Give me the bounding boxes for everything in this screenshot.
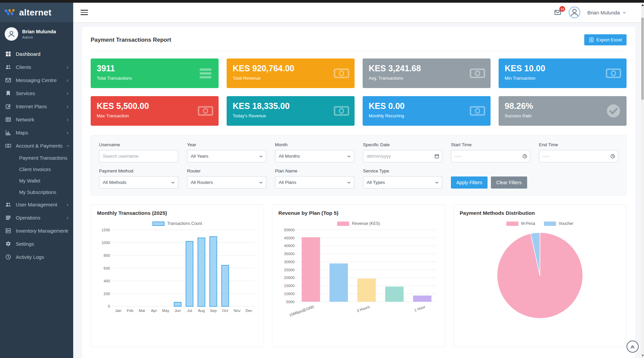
svg-text:Apr: Apr [151,309,157,313]
svg-text:600: 600 [104,266,110,270]
page-title: Payment Transactions Report [91,37,171,43]
messages-icon[interactable]: 11 [554,9,562,16]
report-panel: Payment Transactions Report Export Excel… [82,27,635,358]
legend-item-transactions-count[interactable]: Transactions Count [152,221,202,226]
stat-label: Max Transaction [97,113,213,118]
payment-method-select[interactable]: All Methods [99,176,178,189]
money-icon [470,103,485,119]
sidebar-item-maps[interactable]: Maps‹ [0,126,73,139]
month-select[interactable]: All Months [275,150,354,162]
filter-panel: UsernameYearAll YearsMonthAll MonthsSpec… [91,135,627,196]
username-input[interactable] [99,150,178,162]
router-select[interactable]: All Routers [187,176,266,189]
svg-text:15000: 15000 [284,284,295,288]
bar-chart-plot: 120010008006004002000JanFebMarAprMayJunJ… [97,227,258,316]
filter-label: Plan Name [275,168,354,173]
user-management-icon [5,202,11,207]
filter-label: Year [187,142,266,147]
sidebar-item-operations[interactable]: Operations‹ [0,211,73,224]
sidebar-item-payment-transactions[interactable]: Payment Transactions [0,152,73,164]
svg-text:Jan: Jan [115,309,121,313]
header-user-name: Brian Mulunda [587,10,620,15]
sidebar-menu: DashboardClients‹Messaging Centre‹Servic… [0,47,73,264]
sidebar-item-activity-logs[interactable]: Activity Logs [0,250,73,264]
svg-text:200: 200 [104,292,110,296]
scroll-to-top-button[interactable] [627,341,639,353]
sidebar-item-internet-plans[interactable]: Internet Plans‹ [0,100,73,113]
sidebar-item-user-management[interactable]: User Management‹ [0,198,73,211]
user-dropdown[interactable]: Brian Mulunda [587,10,627,15]
services-icon [5,90,11,96]
sidebar-item-my-wallet[interactable]: My Wallet [0,175,73,187]
service-type-select[interactable]: All Types [363,176,442,189]
svg-text:0: 0 [108,304,110,308]
clients-icon [5,64,11,70]
chart-title: Payment Methods Distribution [460,210,620,216]
start-time-input[interactable] [451,150,530,162]
clear-filters-button[interactable]: Clear Filters [491,176,527,189]
sidebar-user-name: Brian Mulunda [22,29,56,34]
filter-field-start-time: Start Time [451,142,530,162]
chevron-left-icon: ‹ [67,78,68,83]
brand-logo[interactable]: alternet [0,3,73,22]
hamburger-menu-icon[interactable] [81,8,88,16]
activity-logs-icon [5,254,11,260]
sidebar: alternet Brian Mulunda Admin DashboardCl… [0,3,73,358]
scrollbar-down-arrow[interactable] [641,355,644,357]
sidebar-user-panel: Brian Mulunda Admin [0,22,73,43]
svg-text:20000: 20000 [284,276,295,280]
header-avatar-icon[interactable] [568,6,581,18]
money-icon [470,66,485,81]
transactions-table: UsernamePlanTransaction Ref.MSISDNAmount… [91,357,627,358]
specific-date-input[interactable] [363,150,442,162]
pie-chart-plot [460,227,620,326]
chart-card-payment-methods-distribution: Payment Methods DistributionM-PesaVouche… [453,204,627,347]
sidebar-item-messaging-centre[interactable]: Messaging Centre‹ [0,74,73,87]
filter-label: Specific Date [363,142,442,147]
stat-value: KES 0.00 [369,101,485,111]
stat-card-avg-transactions: KES 3,241.68Avg. Transactions [363,58,491,88]
filter-label: Month [275,142,354,147]
stat-card-today-s-revenue: KES 18,335.00Today's Revenue [227,96,355,126]
apply-filters-button[interactable]: Apply Filters [451,176,488,189]
scrollbar-up-arrow[interactable] [641,4,644,6]
stat-card-max-transaction: KES 5,500.00Max Transaction [91,96,219,126]
settings-icon [5,241,11,247]
stat-card-monthly-recurring: KES 0.00Monthly Recurring [363,96,491,126]
chevron-left-icon: ‹ [67,117,68,122]
sidebar-item-services[interactable]: Services‹ [0,87,73,100]
sidebar-item-inventory-management[interactable]: Inventory Management‹ [0,224,73,237]
year-select[interactable]: All Years [187,150,266,162]
money-icon [334,103,349,119]
sidebar-item-clients[interactable]: Clients‹ [0,61,73,74]
stat-label: Success Rate [505,113,620,118]
vertical-scrollbar[interactable] [641,3,644,358]
money-icon [334,66,349,81]
sidebar-item-client-invoices[interactable]: Client Invoices [0,164,73,175]
operations-icon [5,215,11,221]
stat-label: Monthly Recurring [369,113,485,118]
chevron-left-icon: ‹ [67,130,68,135]
filter-field-router: RouterAll Routers [187,168,266,189]
end-time-input[interactable] [539,150,618,162]
sidebar-item-dashboard[interactable]: Dashboard [0,47,73,61]
stat-label: Avg. Transactions [369,76,485,81]
legend-item-m-pesa[interactable]: M-Pesa [506,221,535,226]
scrollbar-thumb[interactable] [641,17,644,100]
sidebar-item-network[interactable]: Network‹ [0,113,73,126]
window-top-strip [0,0,644,3]
chevron-left-icon: ‹ [67,91,68,96]
panel-header: Payment Transactions Report Export Excel [91,34,627,51]
legend-item-revenue-kes[interactable]: Revenue (KES) [337,221,380,226]
filter-field-service-type: Service TypeAll Types [363,168,442,189]
sidebar-item-settings[interactable]: Settings [0,237,73,250]
filter-field-username: Username [99,142,178,162]
legend-item-voucher[interactable]: Voucher [544,221,573,226]
svg-text:Mar: Mar [139,309,145,313]
export-excel-button[interactable]: Export Excel [584,34,627,45]
sidebar-item-my-subscriptions[interactable]: My Subscriptions [0,187,73,198]
filter-field-year: YearAll Years [187,142,266,162]
sidebar-item-account-payments[interactable]: Account & Payments‹ [0,139,73,152]
sidebar-user-role: Admin [22,35,56,39]
plan-name-select[interactable]: All Plans [275,176,354,189]
